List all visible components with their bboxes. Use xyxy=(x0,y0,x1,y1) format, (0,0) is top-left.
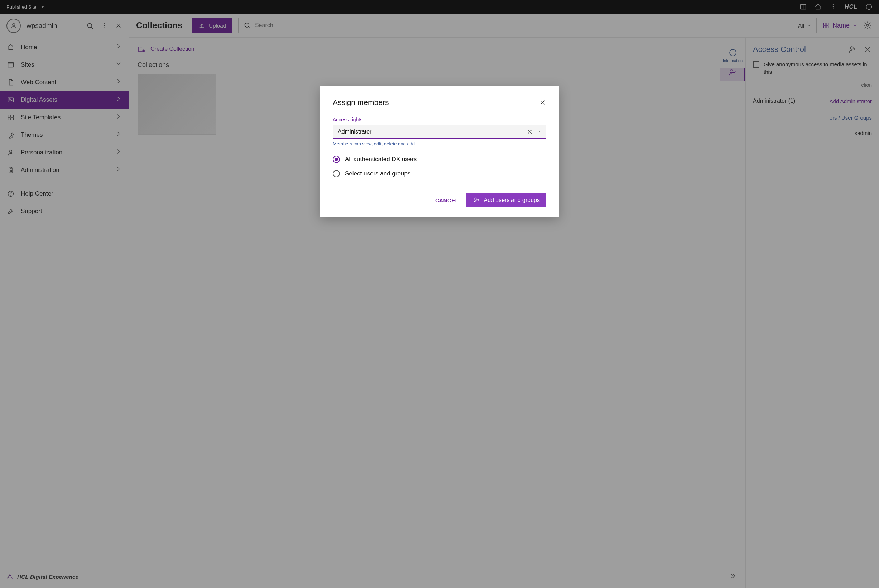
access-rights-help: Members can view, edit, delete and add xyxy=(333,141,546,147)
clear-icon[interactable] xyxy=(526,128,533,135)
add-users-label: Add users and groups xyxy=(483,197,540,203)
radio-icon[interactable] xyxy=(333,170,340,177)
chevron-down-icon[interactable] xyxy=(536,129,541,134)
member-scope-radio-group: All authenticated DX users Select users … xyxy=(333,156,546,177)
cancel-button[interactable]: CANCEL xyxy=(435,197,459,203)
close-icon[interactable] xyxy=(539,99,546,106)
modal-title: Assign members xyxy=(333,98,388,107)
radio-icon[interactable] xyxy=(333,156,340,163)
modal-scrim[interactable]: Assign members Access rights Administrat… xyxy=(0,0,879,588)
add-users-button[interactable]: Add users and groups xyxy=(466,193,546,207)
radio-all-authenticated[interactable]: All authenticated DX users xyxy=(333,156,546,163)
access-rights-value: Administrator xyxy=(338,129,524,135)
radio-label: All authenticated DX users xyxy=(345,156,417,163)
access-rights-label: Access rights xyxy=(333,117,546,123)
svg-point-30 xyxy=(475,198,477,200)
access-rights-select[interactable]: Administrator xyxy=(333,124,546,139)
assign-members-modal: Assign members Access rights Administrat… xyxy=(320,86,559,217)
radio-select-users[interactable]: Select users and groups xyxy=(333,170,546,177)
user-plus-icon xyxy=(473,196,480,204)
radio-label: Select users and groups xyxy=(345,170,411,177)
